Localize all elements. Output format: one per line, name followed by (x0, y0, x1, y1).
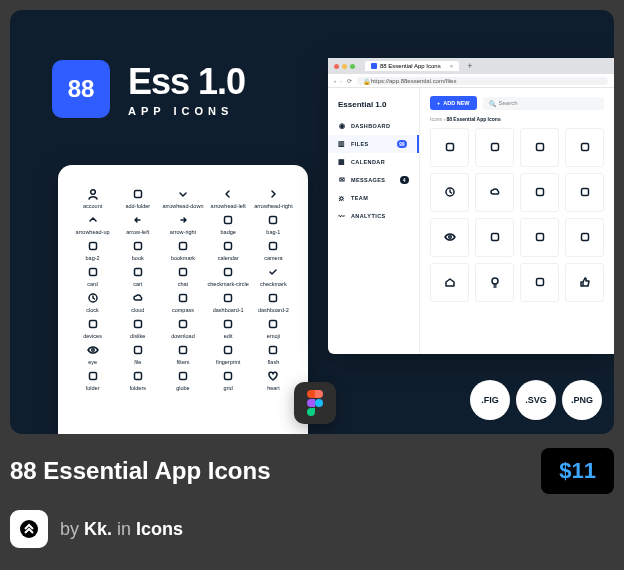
dashboard-1-icon (222, 291, 235, 304)
nav-files[interactable]: ▥FILES99 (328, 135, 419, 153)
cart-icon (131, 265, 144, 278)
svg-rect-34 (581, 143, 588, 150)
files-icon: ▥ (338, 140, 346, 148)
nav-back-icon[interactable]: ‹ (334, 78, 336, 84)
thumbs-up-icon (579, 276, 591, 290)
crumb-root[interactable]: Icons (430, 116, 442, 122)
tile-eye[interactable] (430, 218, 469, 257)
tab-favicon-icon (371, 63, 377, 69)
traffic-close-icon[interactable] (334, 64, 339, 69)
tile-bag[interactable] (430, 128, 469, 167)
app-title: Essential 1.0 (328, 96, 419, 117)
svg-rect-14 (179, 294, 186, 301)
tile-cloud[interactable] (475, 173, 514, 212)
cloud-icon (489, 186, 501, 200)
tile-sliders[interactable] (520, 218, 559, 257)
icon-cell-checkmark: checkmark (253, 265, 294, 287)
svg-rect-12 (225, 268, 232, 275)
reload-icon[interactable]: ⟳ (346, 77, 353, 84)
fingerprint-icon (222, 343, 235, 356)
tile-id[interactable] (520, 263, 559, 302)
book-open-icon (489, 141, 501, 155)
disc-icon (534, 186, 546, 200)
icon-label: filters (176, 359, 189, 365)
tile-file[interactable] (475, 218, 514, 257)
tile-calendar[interactable] (565, 128, 604, 167)
icon-label: chat (178, 281, 188, 287)
icon-cell-arrowhead-left: arrowhead-left (208, 187, 249, 209)
sliders-icon (534, 231, 546, 245)
eye-icon (444, 231, 456, 245)
brand-badge: 88 (52, 60, 110, 118)
icon-label: arrow-left (126, 229, 149, 235)
byline-text: by Kk. in Icons (60, 519, 183, 540)
svg-point-42 (492, 278, 498, 284)
icon-label: cloud (131, 307, 144, 313)
add-new-button[interactable]: + ADD NEW (430, 96, 477, 110)
icon-cell-download: download (162, 317, 203, 339)
new-tab-button[interactable]: + (463, 61, 476, 71)
nav-badge: 4 (400, 176, 409, 184)
search-input[interactable]: 🔍 Search (483, 97, 605, 110)
nav-analytics[interactable]: 〰ANALYTICS (328, 207, 419, 225)
chat-icon (176, 265, 189, 278)
tile-accessibility[interactable] (565, 218, 604, 257)
tile-emoji[interactable] (565, 173, 604, 212)
icon-sheet: accountadd-folderarrowhead-downarrowhead… (58, 165, 308, 434)
tile-bookmark[interactable] (520, 128, 559, 167)
icon-label: fingerprint (216, 359, 240, 365)
author-link[interactable]: Kk. (84, 519, 112, 539)
arrowhead-right-icon (267, 187, 280, 200)
icon-label: account (83, 203, 102, 209)
price-badge[interactable]: $11 (541, 448, 614, 494)
svg-rect-40 (536, 233, 543, 240)
cloud-icon (131, 291, 144, 304)
clock-icon (86, 291, 99, 304)
nav-label: MESSAGES (351, 177, 385, 183)
svg-rect-39 (491, 233, 498, 240)
icon-label: folder (86, 385, 100, 391)
svg-rect-29 (179, 372, 186, 379)
badge-icon (222, 213, 235, 226)
address-bar[interactable]: 🔒 https://app.88essential.com/files (357, 77, 608, 85)
tab-close-icon[interactable]: × (450, 63, 454, 69)
figma-icon (306, 390, 324, 416)
tile-home[interactable] (430, 263, 469, 302)
icon-label: bag-1 (266, 229, 280, 235)
checkmark-circle-icon (222, 265, 235, 278)
icon-cell-camera: camera (253, 239, 294, 261)
tile-disc[interactable] (520, 173, 559, 212)
browser-tab[interactable]: 88 Essential App Icons × (365, 61, 459, 71)
compass-icon (176, 291, 189, 304)
svg-rect-28 (134, 372, 141, 379)
icon-label: arrowhead-left (211, 203, 246, 209)
nav-dashboard[interactable]: ◉DASHBOARD (328, 117, 419, 135)
dashboard-icon: ◉ (338, 122, 346, 130)
traffic-max-icon[interactable] (350, 64, 355, 69)
nav-calendar[interactable]: ▦CALENDAR (328, 153, 419, 171)
tile-clock[interactable] (430, 173, 469, 212)
icon-cell-heart: heart (253, 369, 294, 391)
svg-rect-10 (134, 268, 141, 275)
tile-book-open[interactable] (475, 128, 514, 167)
category-link[interactable]: Icons (136, 519, 183, 539)
svg-rect-1 (134, 190, 141, 197)
search-placeholder: Search (499, 100, 518, 106)
nav-forward-icon[interactable]: › (340, 78, 342, 84)
tile-thumbs-up[interactable] (565, 263, 604, 302)
nav-team[interactable]: ⛭TEAM (328, 189, 419, 207)
avatar-icon (19, 519, 39, 539)
format-badge: .PNG (562, 380, 602, 420)
nav-messages[interactable]: ✉MESSAGES4 (328, 171, 419, 189)
svg-rect-33 (536, 143, 543, 150)
icon-label: arrowhead-down (162, 203, 203, 209)
checkmark-icon (267, 265, 280, 278)
author-avatar[interactable] (10, 510, 48, 548)
calendar-icon (222, 239, 235, 252)
tile-bulb[interactable] (475, 263, 514, 302)
product-title: 88 Essential App Icons (10, 457, 529, 485)
traffic-min-icon[interactable] (342, 64, 347, 69)
url-text: https://app.88essential.com/files (371, 78, 456, 84)
icon-label: flash (268, 359, 280, 365)
svg-rect-31 (446, 143, 453, 150)
